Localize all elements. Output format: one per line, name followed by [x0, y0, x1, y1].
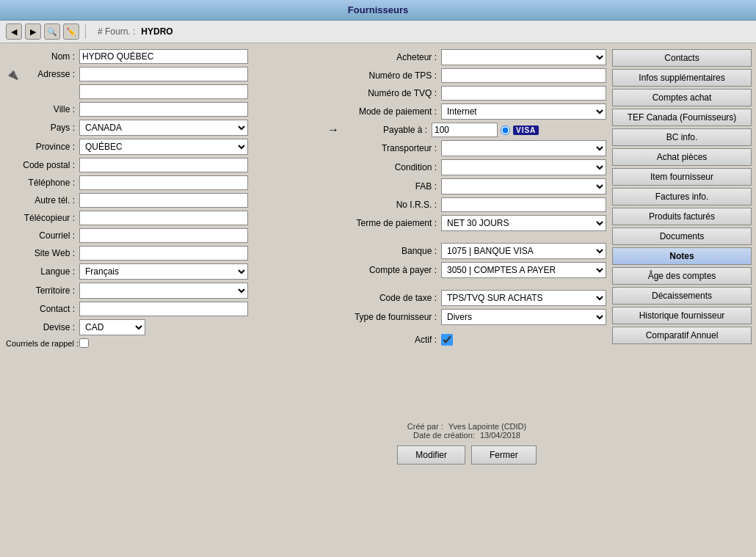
mode-paiement-select[interactable]: Internet [441, 103, 606, 120]
comptes-achat-button[interactable]: Comptes achat [612, 89, 752, 106]
autre-tel-input[interactable] [79, 193, 248, 208]
notes-button[interactable]: Notes [612, 247, 752, 265]
radio-visa-container: VISA [501, 125, 539, 135]
telecopieur-row: Télécopieur : [6, 211, 314, 225]
site-web-label: Site Web : [6, 248, 79, 258]
tef-canada-button[interactable]: TEF Canada (Fournisseurs) [612, 109, 752, 126]
courriels-rappel-checkbox[interactable] [79, 338, 89, 348]
decaissements-button[interactable]: Décaissements [612, 287, 752, 305]
transporteur-select[interactable] [441, 140, 606, 156]
bc-info-button[interactable]: BC info. [612, 128, 752, 146]
territoire-select[interactable] [79, 283, 248, 299]
type-fournisseur-select[interactable]: Divers [441, 309, 606, 325]
devise-label: Devise : [6, 322, 79, 332]
langue-select[interactable]: Français [79, 263, 248, 280]
search-button[interactable]: 🔍 [44, 23, 60, 40]
transporteur-label: Transporteur : [327, 143, 441, 153]
item-fournisseur-button[interactable]: Item fournisseur [612, 168, 752, 186]
courriel-input[interactable] [79, 228, 248, 243]
documents-button[interactable]: Documents [612, 227, 752, 245]
terme-paiement-row: Terme de paiement : NET 30 JOURS [327, 215, 606, 231]
code-taxe-select[interactable]: TPS/TVQ SUR ACHATS [441, 290, 606, 306]
fermer-button[interactable]: Fermer [471, 445, 537, 465]
pays-row: Pays : CANADA [6, 120, 314, 136]
telephone-row: Téléphone : [6, 175, 314, 190]
center-panel: Acheteur : Numéro de TPS : Numéro de TVQ… [320, 49, 606, 553]
nom-input[interactable] [79, 49, 248, 64]
num-tvq-input[interactable] [441, 86, 606, 101]
toolbar: ◀ ▶ 🔍 ✏️ # Fourn. : HYDRO [0, 21, 756, 43]
nom-label: Nom : [6, 51, 79, 62]
fourn-value: HYDRO [141, 26, 172, 37]
factures-info-button[interactable]: Factures info. [612, 188, 752, 205]
contact-label: Contact : [6, 304, 79, 314]
acheteur-label: Acheteur : [327, 52, 441, 62]
province-label: Province : [6, 142, 79, 152]
payable-radio[interactable] [501, 125, 510, 135]
footer-info: Créé par : Yves Lapointe (CDID) Date de … [327, 422, 606, 440]
condition-select[interactable] [441, 159, 606, 175]
separator [85, 24, 86, 39]
langue-row: Langue : Français [6, 263, 314, 280]
num-tvq-row: Numéro de TVQ : [327, 86, 606, 101]
type-fournisseur-row: Type de fournisseur : Divers [327, 309, 606, 325]
ville-input[interactable] [79, 102, 248, 117]
province-row: Province : QUÉBEC [6, 139, 314, 155]
payable-a-input[interactable] [432, 123, 498, 137]
edit-button[interactable]: ✏️ [63, 23, 79, 40]
no-irs-input[interactable] [441, 197, 606, 212]
fab-select[interactable] [441, 178, 606, 194]
adresse-input-1[interactable] [79, 67, 248, 81]
banque-label: Banque : [327, 246, 441, 256]
right-panel: Contacts Infos supplémentaires Comptes a… [612, 49, 752, 553]
nav-prev-button[interactable]: ◀ [6, 23, 22, 40]
actif-label: Actif : [327, 335, 441, 345]
acheteur-select[interactable] [441, 49, 606, 65]
province-select[interactable]: QUÉBEC [79, 139, 248, 155]
infos-supplementaires-button[interactable]: Infos supplémentaires [612, 69, 752, 87]
window-title: Fournisseurs [348, 4, 408, 15]
modifier-button[interactable]: Modifier [397, 445, 465, 465]
contact-input[interactable] [79, 302, 248, 316]
left-panel: Nom : 🔌 Adresse : Ville : Pays : CANADA … [6, 49, 314, 553]
terme-paiement-label: Terme de paiement : [327, 218, 441, 228]
historique-fournisseur-button[interactable]: Historique fournisseur [612, 307, 752, 324]
telecopieur-input[interactable] [79, 211, 248, 225]
adresse-label: Adresse : [23, 69, 79, 79]
site-web-row: Site Web : [6, 246, 314, 261]
adresse-row-2 [6, 84, 314, 99]
no-irs-row: No I.R.S. : [327, 197, 606, 212]
pays-select[interactable]: CANADA [79, 120, 248, 136]
no-irs-label: No I.R.S. : [327, 200, 441, 210]
nav-next-button[interactable]: ▶ [25, 23, 41, 40]
courriels-rappel-row: Courriels de rappel : [6, 338, 314, 348]
site-web-input[interactable] [79, 246, 248, 261]
fab-label: FAB : [327, 181, 441, 192]
acheteur-row: Acheteur : [327, 49, 606, 65]
adresse-input-2[interactable] [79, 84, 248, 99]
code-taxe-label: Code de taxe : [327, 293, 441, 303]
contact-row: Contact : [6, 302, 314, 316]
actif-checkbox[interactable] [441, 334, 453, 346]
age-des-comptes-button[interactable]: Âge des comptes [612, 267, 752, 285]
telephone-input[interactable] [79, 175, 248, 190]
compte-payer-select[interactable]: 3050 | COMPTES A PAYER [441, 262, 606, 278]
code-postal-row: Code postal : [6, 158, 314, 172]
compte-payer-label: Compte à payer : [327, 265, 441, 275]
achat-pieces-button[interactable]: Achat pièces [612, 148, 752, 166]
num-tps-input[interactable] [441, 68, 606, 83]
cree-par-label: Créé par : [407, 422, 443, 431]
num-tps-row: Numéro de TPS : [327, 68, 606, 83]
condition-label: Condition : [327, 162, 441, 172]
autre-tel-label: Autre tél. : [6, 195, 79, 205]
telephone-label: Téléphone : [6, 178, 79, 188]
terme-paiement-select[interactable]: NET 30 JOURS [441, 215, 606, 231]
banque-select[interactable]: 1075 | BANQUE VISA [441, 243, 606, 259]
courriel-row: Courriel : [6, 228, 314, 243]
comparatif-annuel-button[interactable]: Comparatif Annuel [612, 327, 752, 344]
produits-factures-button[interactable]: Produits facturés [612, 208, 752, 225]
code-postal-input[interactable] [79, 158, 248, 172]
payable-a-row: → Payable à : VISA [327, 123, 606, 137]
contacts-button[interactable]: Contacts [612, 49, 752, 67]
devise-select[interactable]: CAD [79, 319, 145, 335]
